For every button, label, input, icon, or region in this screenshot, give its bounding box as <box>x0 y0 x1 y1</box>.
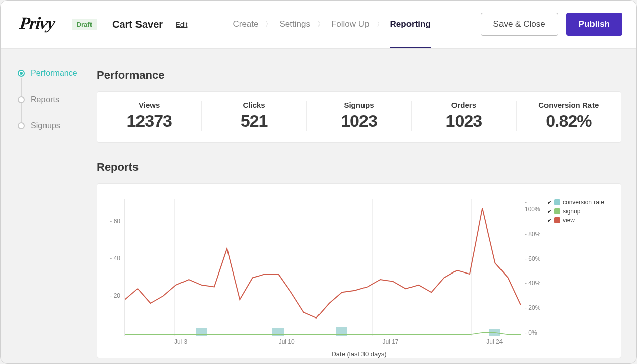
chart-line-view <box>125 199 521 336</box>
performance-heading: Performance <box>97 69 621 82</box>
chevron-right-icon: 〉 <box>265 20 272 29</box>
save-close-button[interactable]: Save & Close <box>481 13 558 36</box>
y-tick: 20% <box>525 304 540 311</box>
step-dot-icon <box>18 122 25 129</box>
stat-label: Conversion Rate <box>517 101 621 109</box>
y-axis-left: 60 40 20 0 <box>105 199 120 336</box>
stat-orders: Orders 1023 <box>412 101 516 131</box>
stat-views: Views 12373 <box>97 101 202 131</box>
nav-follow-up[interactable]: Follow Up <box>331 1 370 48</box>
sidebar-item-performance[interactable]: Performance <box>18 69 97 78</box>
legend-swatch <box>554 217 560 223</box>
check-icon: ✔ <box>547 199 552 206</box>
legend-swatch <box>554 208 560 214</box>
chart-card: 60 40 20 0 100% 80% 60% 40% 20% <box>97 183 621 358</box>
y-axis-right: 100% 80% 60% 40% 20% 0% <box>525 199 543 336</box>
x-tick <box>434 338 486 345</box>
chart-legend: ✔ conversion rate ✔ signup ✔ view <box>547 199 613 336</box>
nav-steps: Create 〉 Settings 〉 Follow Up 〉 Reportin… <box>233 1 430 48</box>
logo: Privy <box>19 14 56 33</box>
stat-label: Clicks <box>202 101 306 109</box>
campaign-name: Cart Saver <box>112 19 163 30</box>
stat-signups: Signups 1023 <box>307 101 412 131</box>
chevron-right-icon: 〉 <box>317 20 324 29</box>
stat-value: 12373 <box>97 111 201 131</box>
sidebar-item-label: Signups <box>31 121 60 130</box>
top-bar: Privy Draft Cart Saver Edit Create 〉 Set… <box>1 1 636 49</box>
stat-value: 1023 <box>412 111 516 131</box>
x-tick: Jul 10 <box>279 338 331 345</box>
stat-label: Views <box>97 101 201 109</box>
y-tick: 60 <box>110 218 120 225</box>
sidebar: Performance Reports Signups <box>1 69 97 358</box>
nav-settings[interactable]: Settings <box>279 1 310 48</box>
x-tick <box>538 338 590 345</box>
check-icon: ✔ <box>547 217 552 224</box>
stat-value: 1023 <box>307 111 411 131</box>
y-tick: 40 <box>110 255 120 262</box>
sidebar-item-label: Performance <box>31 69 77 78</box>
chart-plot <box>124 199 521 336</box>
y-tick: 100% <box>525 199 543 213</box>
y-tick: 60% <box>525 255 540 262</box>
y-tick: 0% <box>525 329 537 336</box>
sidebar-item-signups[interactable]: Signups <box>18 121 97 130</box>
main: Performance Views 12373 Clicks 521 Signu… <box>97 69 636 358</box>
stat-value: 0.82% <box>517 111 621 131</box>
edit-link[interactable]: Edit <box>176 21 187 28</box>
x-tick <box>226 338 279 345</box>
sidebar-item-label: Reports <box>31 95 59 104</box>
x-axis-ticks: Jul 3 Jul 10 Jul 17 Jul 24 <box>122 338 590 345</box>
sidebar-item-reports[interactable]: Reports <box>18 95 97 104</box>
legend-item-view[interactable]: ✔ view <box>547 217 613 224</box>
stat-label: Orders <box>412 101 516 109</box>
step-dot-icon <box>18 96 25 103</box>
top-actions: Save & Close Publish <box>481 13 622 36</box>
stat-clicks: Clicks 521 <box>202 101 306 131</box>
x-tick <box>331 338 383 345</box>
x-tick <box>122 338 174 345</box>
x-tick: Jul 3 <box>174 338 226 345</box>
step-dot-icon <box>18 70 25 77</box>
legend-item-conversion[interactable]: ✔ conversion rate <box>547 199 613 206</box>
nav-reporting[interactable]: Reporting <box>390 1 431 48</box>
stat-value: 521 <box>202 111 306 131</box>
reports-heading: Reports <box>97 161 621 174</box>
legend-label: view <box>563 217 575 224</box>
legend-label: signup <box>563 208 580 215</box>
chevron-right-icon: 〉 <box>377 20 383 29</box>
x-axis-label: Date (last 30 days) <box>105 350 613 358</box>
y-tick: 40% <box>525 280 540 287</box>
legend-label: conversion rate <box>563 199 604 206</box>
check-icon: ✔ <box>547 208 552 215</box>
stat-conversion: Conversion Rate 0.82% <box>517 101 621 131</box>
nav-create[interactable]: Create <box>233 1 258 48</box>
status-badge: Draft <box>72 19 97 30</box>
sidebar-connector <box>21 78 22 128</box>
stat-label: Signups <box>307 101 411 109</box>
legend-item-signup[interactable]: ✔ signup <box>547 208 613 215</box>
legend-swatch <box>554 199 560 205</box>
x-tick: Jul 17 <box>382 338 434 345</box>
y-tick: 80% <box>525 231 540 238</box>
stats-card: Views 12373 Clicks 521 Signups 1023 Orde… <box>97 91 621 143</box>
x-tick: Jul 24 <box>486 338 538 345</box>
publish-button[interactable]: Publish <box>566 13 622 36</box>
y-tick: 20 <box>110 292 120 299</box>
